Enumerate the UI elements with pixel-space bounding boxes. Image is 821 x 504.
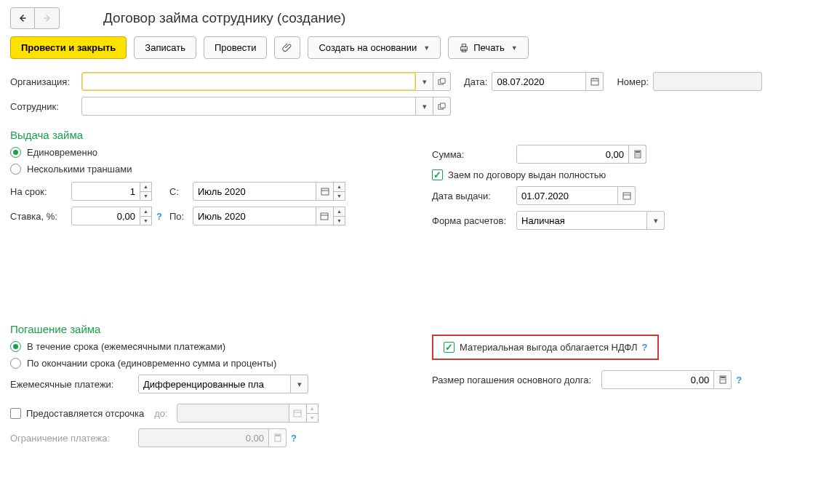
calendar-icon	[590, 76, 600, 87]
principal-input[interactable]	[601, 370, 714, 389]
svg-point-21	[637, 156, 638, 156]
calculator-icon	[273, 433, 283, 443]
principal-help-button[interactable]: ?	[736, 375, 742, 385]
sum-label: Сумма:	[432, 149, 512, 160]
radio-once[interactable]: Единовременно	[10, 147, 388, 158]
from-stepper[interactable]: ▲▼	[334, 182, 345, 201]
nav-back-button[interactable]	[10, 7, 35, 29]
open-external-icon	[437, 76, 447, 87]
svg-rect-25	[294, 410, 301, 417]
date-input[interactable]	[492, 72, 586, 91]
date-label: Дата:	[464, 76, 487, 87]
settlement-label: Форма расчетов:	[432, 215, 512, 226]
term-stepper[interactable]: ▲▼	[140, 182, 152, 201]
employee-open-button[interactable]	[433, 97, 451, 116]
radio-icon	[10, 164, 21, 175]
sum-input[interactable]	[516, 145, 629, 164]
org-dropdown-button[interactable]: ▾	[416, 72, 433, 91]
fully-issued-checkbox[interactable]: ✓ Заем по договору выдан полностью	[432, 169, 665, 180]
calculator-icon	[633, 149, 643, 159]
deferral-to-label: до:	[154, 408, 167, 419]
term-label: На срок:	[10, 186, 67, 197]
svg-point-32	[722, 379, 723, 380]
radio-icon	[10, 358, 21, 369]
date-calendar-button[interactable]	[586, 72, 604, 91]
calendar-icon	[292, 408, 303, 418]
chevron-down-icon: ▾	[654, 216, 658, 225]
rate-input[interactable]	[71, 207, 140, 225]
monthly-input[interactable]	[138, 375, 291, 393]
rate-stepper[interactable]: ▲▼	[140, 207, 152, 225]
post-button[interactable]: Провести	[204, 36, 268, 59]
term-input[interactable]	[71, 182, 140, 201]
monthly-dropdown-button[interactable]: ▾	[291, 375, 308, 393]
issue-date-calendar-button[interactable]	[618, 186, 636, 205]
limit-help-button[interactable]: ?	[291, 433, 297, 444]
limit-calculator-button	[269, 428, 287, 447]
deferral-stepper: ▲▼	[307, 404, 319, 423]
from-calendar-button[interactable]	[316, 182, 334, 201]
chevron-down-icon: ▾	[422, 77, 427, 87]
org-label: Организация:	[10, 76, 77, 87]
from-label: С:	[169, 186, 188, 197]
limit-label: Ограничение платежа:	[10, 433, 134, 444]
svg-point-19	[638, 153, 639, 154]
svg-rect-10	[441, 103, 445, 107]
sum-calculator-button[interactable]	[629, 145, 646, 164]
org-open-button[interactable]	[433, 72, 451, 91]
create-based-on-button[interactable]: Создать на основании ▼	[308, 36, 441, 59]
issue-date-label: Дата выдачи:	[432, 191, 512, 201]
svg-rect-11	[321, 188, 329, 195]
radio-tranches[interactable]: Несколькими траншами	[10, 164, 388, 175]
svg-rect-16	[636, 151, 640, 153]
number-input[interactable]	[653, 72, 762, 91]
svg-rect-23	[623, 193, 630, 199]
save-button[interactable]: Записать	[134, 36, 196, 59]
svg-rect-1	[462, 44, 466, 47]
chevron-down-icon: ▼	[423, 44, 430, 52]
deferral-checkbox[interactable]	[10, 408, 21, 419]
principal-calculator-button[interactable]	[714, 370, 732, 389]
svg-point-22	[638, 156, 639, 156]
svg-point-33	[724, 379, 724, 380]
org-input[interactable]	[81, 72, 416, 91]
nav-forward-button[interactable]	[35, 7, 60, 29]
page-title: Договор займа сотруднику (создание)	[103, 10, 345, 26]
monthly-label: Ежемесячные платежи:	[10, 379, 134, 390]
ndfl-checkbox[interactable]: ✓	[444, 342, 454, 353]
settlement-dropdown-button[interactable]: ▾	[647, 211, 665, 230]
radio-during[interactable]: В течение срока (ежемесячными платежами)	[10, 341, 388, 352]
to-label: По:	[169, 211, 188, 222]
to-stepper[interactable]: ▲▼	[334, 207, 345, 225]
issue-date-input[interactable]	[516, 186, 618, 205]
ndfl-help-button[interactable]: ?	[641, 342, 647, 353]
checkbox-icon: ✓	[432, 169, 443, 180]
svg-rect-2	[462, 49, 466, 52]
svg-rect-30	[721, 377, 725, 378]
svg-rect-4	[441, 78, 445, 82]
calendar-icon	[319, 211, 329, 221]
settlement-input[interactable]	[516, 211, 647, 230]
rate-help-button[interactable]: ?	[156, 211, 162, 222]
svg-rect-15	[635, 151, 641, 158]
employee-label: Сотрудник:	[10, 101, 77, 112]
svg-rect-9	[438, 104, 443, 108]
to-input[interactable]	[193, 207, 316, 225]
radio-at-end[interactable]: По окончании срока (единовременно сумма …	[10, 358, 388, 369]
repayment-title: Погашение займа	[10, 323, 388, 335]
svg-point-17	[636, 153, 636, 154]
arrow-left-icon	[17, 14, 28, 23]
employee-dropdown-button[interactable]: ▾	[416, 97, 433, 116]
calendar-icon	[622, 191, 632, 201]
open-external-icon	[437, 101, 447, 111]
from-input[interactable]	[193, 182, 316, 201]
to-calendar-button[interactable]	[316, 207, 334, 225]
post-and-close-button[interactable]: Провести и закрыть	[10, 36, 127, 59]
attach-button[interactable]	[274, 36, 300, 59]
employee-input[interactable]	[81, 97, 416, 116]
svg-point-31	[721, 379, 721, 380]
svg-point-18	[637, 153, 638, 154]
rate-label: Ставка, %:	[10, 211, 67, 222]
print-button[interactable]: Печать ▼	[448, 36, 529, 59]
printer-icon	[459, 43, 469, 53]
